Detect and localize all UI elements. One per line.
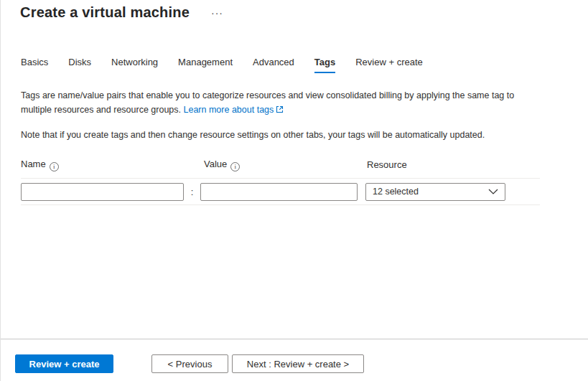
tab-review-create[interactable]: Review + create (355, 57, 423, 73)
name-info-icon[interactable]: i (50, 162, 59, 171)
learn-more-link[interactable]: Learn more about tags (184, 105, 284, 115)
create-vm-page: Create a virtual machine ··· Basics Disk… (0, 0, 588, 381)
tags-note: Note that if you create tags and then ch… (21, 130, 568, 140)
value-column-label: Value (204, 159, 227, 169)
review-create-button[interactable]: Review + create (15, 354, 113, 373)
resource-dropdown-value: 12 selected (373, 187, 419, 197)
tab-advanced[interactable]: Advanced (253, 57, 294, 73)
external-link-icon (276, 103, 284, 118)
page-title: Create a virtual machine (20, 4, 190, 21)
learn-more-label: Learn more about tags (184, 105, 274, 115)
tab-management[interactable]: Management (178, 57, 233, 73)
page-header: Create a virtual machine ··· (1, 0, 588, 21)
tab-disks[interactable]: Disks (68, 57, 91, 73)
resource-dropdown[interactable]: 12 selected (365, 183, 505, 201)
tab-tags[interactable]: Tags (314, 57, 335, 73)
tag-name-input[interactable] (21, 183, 184, 201)
tag-value-input[interactable] (200, 183, 358, 201)
column-header-value: Valuei (204, 157, 367, 171)
resource-column-label: Resource (367, 159, 407, 170)
column-header-resource: Resource (367, 158, 540, 171)
previous-button[interactable]: < Previous (151, 354, 228, 373)
tag-row: : 12 selected (21, 179, 540, 205)
next-button[interactable]: Next : Review + create > (232, 354, 364, 373)
tab-basics[interactable]: Basics (21, 57, 48, 73)
wizard-footer: Review + create < Previous Next : Review… (1, 339, 588, 381)
tab-networking[interactable]: Networking (111, 57, 158, 73)
value-info-icon[interactable]: i (230, 162, 240, 171)
column-header-name: Namei (21, 157, 204, 171)
tags-table: Namei Valuei Resource : 12 selected (21, 157, 540, 205)
wizard-tabs: Basics Disks Networking Management Advan… (21, 57, 588, 73)
name-column-label: Name (21, 159, 46, 169)
tags-description: Tags are name/value pairs that enable yo… (21, 88, 534, 118)
tags-table-header: Namei Valuei Resource (21, 157, 540, 179)
chevron-down-icon (488, 189, 498, 194)
more-options-icon[interactable]: ··· (208, 6, 226, 19)
name-value-separator: : (184, 187, 200, 197)
